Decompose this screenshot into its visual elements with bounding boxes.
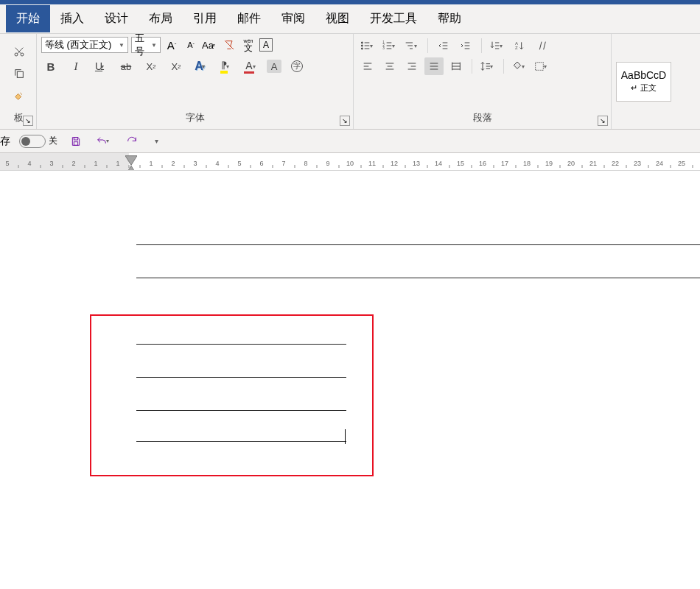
svg-rect-12 xyxy=(74,137,77,139)
align-justify-button[interactable] xyxy=(424,57,444,75)
underline-button[interactable]: U▾ xyxy=(91,57,111,75)
format-painter-icon[interactable] xyxy=(10,87,29,105)
font-group: 等线 (西文正文) ▼ 五号 ▼ Aˆ Aˇ Aa▾ wén文 A B I U▾… xyxy=(37,34,354,129)
ruler-tick-label: 14 xyxy=(435,160,442,167)
redo-button[interactable] xyxy=(122,133,141,150)
underline-line xyxy=(136,441,346,442)
highlight-button[interactable]: ⁋▾ xyxy=(217,57,236,75)
quick-access-toolbar: 存 关 ▾ ▾ xyxy=(0,130,700,153)
ruler-tick-label: 1 xyxy=(149,160,153,167)
ruler-tick-label: 19 xyxy=(545,160,553,167)
first-line-indent-marker[interactable] xyxy=(125,155,133,161)
ruler-tick-label: 2 xyxy=(71,160,75,167)
strikethrough-button[interactable]: ab xyxy=(116,57,136,75)
line-spacing-button[interactable]: ▾ xyxy=(478,57,497,75)
svg-rect-13 xyxy=(74,141,77,145)
bullets-button[interactable]: ▾ xyxy=(358,37,377,54)
undo-button[interactable]: ▾ xyxy=(94,133,113,150)
tab-help[interactable]: 帮助 xyxy=(427,5,472,32)
svg-rect-2 xyxy=(17,71,23,77)
decrease-indent-button[interactable] xyxy=(434,37,453,54)
text-cursor xyxy=(345,429,346,444)
tab-review[interactable]: 审阅 xyxy=(271,5,315,32)
autosave-toggle[interactable] xyxy=(19,135,46,148)
align-right-button[interactable] xyxy=(402,57,421,75)
tab-view[interactable]: 视图 xyxy=(315,5,360,32)
ruler-tick-label: 11 xyxy=(368,160,376,167)
font-name-select[interactable]: 等线 (西文正文) ▼ xyxy=(41,37,128,53)
ruler-tick-label: 18 xyxy=(523,160,531,167)
qat-customize-icon[interactable]: ▾ xyxy=(155,137,161,145)
char-border-icon[interactable]: A xyxy=(259,38,273,52)
svg-point-3 xyxy=(361,42,363,43)
shrink-font-icon[interactable]: Aˇ xyxy=(183,37,199,53)
shading-button[interactable]: ▾ xyxy=(510,57,529,75)
font-size-select[interactable]: 五号 ▼ xyxy=(131,37,161,53)
svg-point-1 xyxy=(21,53,24,56)
paragraph-expand-icon[interactable]: ↘ xyxy=(598,116,608,126)
enclose-char-button[interactable]: 字 xyxy=(287,57,307,75)
horizontal-ruler[interactable]: 5432111234567891011121314151617181920212… xyxy=(0,153,700,171)
ruler-tick-label: 23 xyxy=(634,160,641,167)
borders-button[interactable]: ▾ xyxy=(532,57,551,75)
copy-icon[interactable] xyxy=(10,65,29,82)
save-icon[interactable] xyxy=(66,133,85,150)
font-color-button[interactable]: A▾ xyxy=(242,57,261,75)
paragraph-group-label: 段落 xyxy=(358,110,606,127)
char-shading-button[interactable]: A xyxy=(267,60,281,73)
phonetic-guide-icon[interactable]: wén文 xyxy=(240,37,256,53)
ruler-tick-label: 13 xyxy=(413,160,420,167)
tab-home[interactable]: 开始 xyxy=(6,5,50,32)
hanging-indent-marker[interactable] xyxy=(125,163,133,169)
cut-icon[interactable] xyxy=(10,43,29,60)
clipboard-expand-icon[interactable]: ↘ xyxy=(23,116,33,126)
align-left-button[interactable] xyxy=(358,57,377,75)
style-normal[interactable]: AaBbCcD ↵ 正文 xyxy=(616,62,671,102)
align-center-button[interactable] xyxy=(380,57,399,75)
show-marks-button[interactable] xyxy=(532,37,551,54)
ruler-tick-label: 17 xyxy=(501,160,508,167)
tab-mailings[interactable]: 邮件 xyxy=(227,5,271,32)
svg-point-4 xyxy=(361,45,363,46)
multilevel-list-button[interactable]: ▾ xyxy=(402,37,421,54)
tab-design[interactable]: 设计 xyxy=(94,5,139,32)
ruler-tick-label: 10 xyxy=(346,160,354,167)
distributed-button[interactable] xyxy=(447,57,466,75)
tab-layout[interactable]: 布局 xyxy=(139,5,183,32)
ruler-tick-label: 25 xyxy=(678,160,685,167)
chevron-down-icon: ▼ xyxy=(119,42,125,49)
underline-line xyxy=(136,410,346,411)
increase-indent-button[interactable] xyxy=(456,37,475,54)
underline-line xyxy=(136,278,700,278)
font-expand-icon[interactable]: ↘ xyxy=(340,116,350,126)
text-direction-button[interactable]: ▾ xyxy=(488,37,507,54)
subscript-button[interactable]: X2 xyxy=(141,57,161,75)
ruler-tick-label: 2 xyxy=(171,160,175,167)
ruler-tick-label: 7 xyxy=(281,160,285,167)
document-area[interactable] xyxy=(0,171,700,589)
font-name-value: 等线 (西文正文) xyxy=(45,38,111,52)
sort-button[interactable]: AZ xyxy=(510,37,529,54)
autosave-state: 关 xyxy=(49,135,57,147)
superscript-button[interactable]: X2 xyxy=(167,57,186,75)
tab-insert[interactable]: 插入 xyxy=(50,5,94,32)
ruler-tick-label: 1 xyxy=(94,160,97,167)
numbering-button[interactable]: 123▾ xyxy=(380,37,399,54)
tab-references[interactable]: 引用 xyxy=(183,5,227,32)
tab-developer[interactable]: 开发工具 xyxy=(360,5,427,32)
ruler-tick-label: 3 xyxy=(49,160,53,167)
ruler-tick-label: 15 xyxy=(457,160,464,167)
clear-format-icon[interactable] xyxy=(221,37,237,53)
grow-font-icon[interactable]: Aˆ xyxy=(164,37,180,53)
italic-button[interactable]: I xyxy=(66,57,85,75)
change-case-button[interactable]: Aa▾ xyxy=(202,37,218,53)
svg-point-0 xyxy=(15,53,18,56)
svg-point-5 xyxy=(361,48,363,49)
bold-button[interactable]: B xyxy=(41,57,60,75)
ruler-tick-label: 4 xyxy=(27,160,31,167)
clipboard-group: 板 ↘ xyxy=(0,34,37,129)
text-effects-button[interactable]: A▾ xyxy=(192,57,211,75)
ruler-tick-label: 3 xyxy=(193,160,197,167)
ruler-tick-label: 12 xyxy=(391,160,398,167)
paragraph-group: ▾ 123▾ ▾ ▾ AZ ▾ ▾ ▾ xyxy=(354,34,612,129)
